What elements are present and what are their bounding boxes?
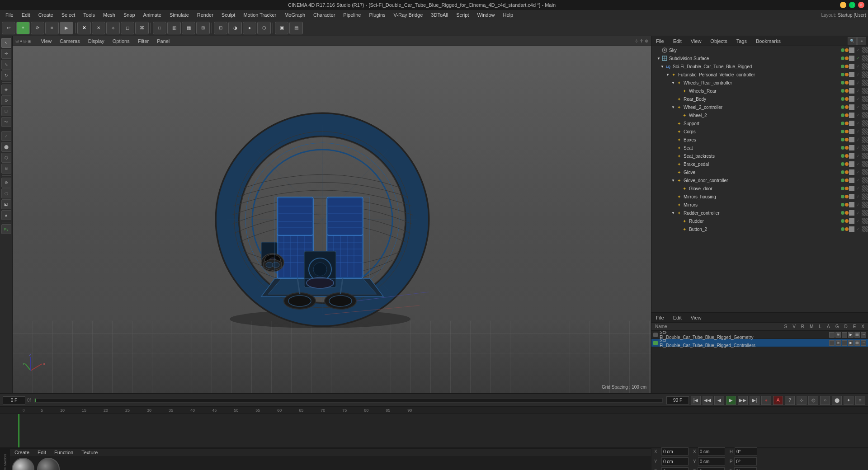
tree-visible-dot-wheels-rear[interactable] (841, 89, 844, 93)
tree-item-glove-door-ctrl[interactable]: ▼ ✦ Glove_door_controller ✓ (651, 176, 868, 184)
minimize-button[interactable]: − (840, 2, 846, 8)
tree-visible-dot-brake-pedal[interactable] (841, 162, 844, 166)
record-button[interactable]: ● (761, 396, 771, 405)
tree-visible-dot-subdivision[interactable] (841, 56, 844, 60)
flat-shading-button[interactable]: ◑ (228, 22, 242, 34)
step-backward-button[interactable]: ◀◀ (703, 396, 712, 405)
tree-visible-dot-seat-backrests[interactable] (841, 154, 844, 158)
render-settings-button[interactable]: ≡ (45, 22, 59, 34)
polygon-mode-button[interactable]: ◻ (121, 22, 134, 34)
tree-visible-dot-scifi[interactable] (841, 65, 844, 68)
rectangle-selection-tool[interactable]: □ (1, 106, 11, 116)
tree-visible-dot-corps[interactable] (841, 130, 844, 133)
vp-menu-options[interactable]: Options (111, 38, 132, 45)
vp-menu-display[interactable]: Display (86, 38, 106, 45)
three-viewport-button[interactable]: ▦ (182, 22, 195, 34)
tree-visible-dot-glove[interactable] (841, 170, 844, 174)
attr-menu-file[interactable]: File (653, 314, 667, 321)
tree-item-subdivision[interactable]: ▼ Subdivision Surface ✓ (651, 54, 868, 62)
play-button[interactable]: ▶ (726, 396, 736, 405)
tree-render-dot-rudder[interactable] (845, 219, 849, 223)
tree-visible-dot-wheels-rear-ctrl[interactable] (841, 81, 844, 85)
timeline-track[interactable] (0, 414, 868, 447)
coord-b-val[interactable] (734, 467, 757, 470)
menu-help[interactable]: Help (500, 11, 517, 19)
viewport[interactable]: ⊞ ● ◎ ▣ View Cameras Display Options Fil… (13, 36, 651, 393)
menu-render[interactable]: Render (193, 11, 217, 19)
menu-edit[interactable]: Edit (18, 11, 34, 19)
menu-3dtoall[interactable]: 3DToAll (427, 11, 452, 19)
om-menu-bookmarks[interactable]: Bookmarks (753, 38, 783, 45)
tree-render-dot-seat[interactable] (845, 146, 849, 150)
gouraud-button[interactable]: ● (243, 22, 256, 34)
four-viewport-button[interactable]: ⊞ (196, 22, 210, 34)
display-filter-button[interactable]: ▣ (275, 22, 288, 34)
live-selection-tool[interactable]: ⊙ (1, 95, 11, 105)
tree-item-glove-door[interactable]: ✦ Glove_door ✓ (651, 184, 868, 193)
material-thumb-2[interactable] (37, 458, 60, 470)
tree-render-dot-glove[interactable] (845, 170, 849, 174)
freehand-selection-tool[interactable]: 〜 (1, 117, 11, 127)
tree-item-support[interactable]: ✦ Support ✓ (651, 119, 868, 127)
tree-visible-dot-mirrors[interactable] (841, 203, 844, 207)
tree-item-sky[interactable]: Sky ✓ (651, 46, 868, 54)
coord-p-val[interactable] (734, 457, 757, 465)
viewport-canvas[interactable]: Perspective (13, 46, 651, 393)
tree-visible-dot-wheel2[interactable] (841, 113, 844, 117)
menu-animate[interactable]: Animate (140, 11, 165, 19)
om-menu-edit[interactable]: Edit (670, 38, 684, 45)
tree-item-corps[interactable]: ✦ Corps ✓ (651, 127, 868, 136)
tree-render-dot-rear-body[interactable] (845, 97, 849, 101)
wireframe-button[interactable]: ⊡ (214, 22, 227, 34)
tree-item-mirrors[interactable]: ✦ Mirrors ✓ (651, 201, 868, 209)
tree-render-dot-corps[interactable] (845, 130, 849, 133)
render-view-button[interactable]: ⟳ (31, 22, 44, 34)
tree-item-wheel2-ctrl[interactable]: ▼ ✦ Wheel_2_controller ✓ (651, 103, 868, 111)
scale-tool[interactable]: ⤡ (1, 60, 11, 70)
coord-x-size[interactable] (698, 447, 725, 456)
coord-y-pos[interactable] (661, 457, 689, 465)
maximize-button[interactable]: □ (849, 2, 855, 8)
tree-render-dot-wheels-rear[interactable] (845, 89, 849, 93)
tree-arrow-subdivision[interactable]: ▼ (657, 56, 661, 61)
tree-render-dot-glove-door-ctrl[interactable] (845, 179, 849, 182)
om-menu-objects[interactable]: Objects (708, 38, 730, 45)
om-menu-tags[interactable]: Tags (734, 38, 750, 45)
tree-visible-dot-rudder[interactable] (841, 219, 844, 223)
timeline-progress[interactable] (34, 398, 663, 403)
tree-arrow-futuristic[interactable]: ▼ (666, 73, 670, 77)
menu-mesh[interactable]: Mesh (99, 11, 119, 19)
tree-item-brake-pedal[interactable]: ✦ Brake_pedal ✓ (651, 160, 868, 168)
smooth-tool[interactable]: ◌ (1, 188, 11, 198)
tree-render-dot-wheels-rear-ctrl[interactable] (845, 81, 849, 85)
coord-y-size[interactable] (698, 457, 725, 465)
tree-render-dot-glove-door[interactable] (845, 187, 849, 190)
material-item-1[interactable]: Futurist (12, 458, 34, 470)
tree-arrow-wheel2-ctrl[interactable]: ▼ (671, 105, 676, 109)
tree-visible-dot-support[interactable] (841, 122, 844, 125)
quick-shading-button[interactable]: ⬡ (257, 22, 271, 34)
tree-render-dot-futuristic[interactable] (845, 73, 849, 76)
powerclip-button[interactable]: ✦ (844, 396, 854, 405)
go-to-start-button[interactable]: |◀ (691, 396, 701, 405)
vp-menu-view[interactable]: View (39, 38, 53, 45)
tree-item-rear-body[interactable]: ✦ Rear_Body ✓ (651, 95, 868, 103)
add-button[interactable]: + (16, 22, 30, 34)
tree-arrow-glove-door-ctrl[interactable]: ▼ (671, 179, 676, 183)
two-viewport-button[interactable]: ▥ (167, 22, 181, 34)
coord-h-val[interactable] (735, 447, 757, 456)
step-forward-button[interactable]: ▶▶ (738, 396, 748, 405)
tree-arrow-wheels-rear-ctrl[interactable]: ▼ (671, 81, 676, 85)
tree-render-dot-subdivision[interactable] (845, 56, 849, 60)
polygon-pen-tool[interactable]: ◈ (1, 85, 11, 94)
vp-icon-3[interactable]: ◎ (23, 39, 27, 43)
render-button[interactable]: ▶ (60, 22, 73, 34)
close-button[interactable]: ✕ (858, 2, 864, 8)
tree-visible-dot-mirrors-housing[interactable] (841, 195, 844, 198)
menu-select[interactable]: Select (58, 11, 79, 19)
sculpt-tool[interactable]: ▲ (1, 210, 11, 220)
material-item-2[interactable]: Futurist (37, 458, 60, 470)
go-to-end-button[interactable]: ▶| (750, 396, 760, 405)
material-thumb-1[interactable] (12, 458, 34, 470)
tree-visible-dot-rudder-ctrl[interactable] (841, 211, 844, 215)
